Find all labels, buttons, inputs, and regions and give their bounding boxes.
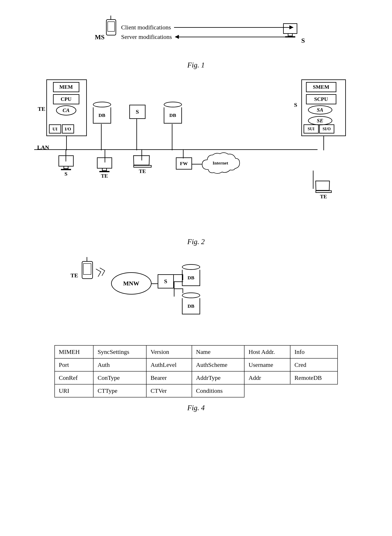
fig2-lan-line xyxy=(34,149,317,150)
fig3-db2: DB xyxy=(182,293,200,314)
fig2-bottom-te-internet: TE xyxy=(316,181,332,200)
fig2-s-outside-label: S xyxy=(294,102,297,108)
vline-bottom-te2 xyxy=(141,149,142,161)
fig3-mnw-oval: MNW xyxy=(111,272,152,294)
fig2-db1: DB xyxy=(93,102,111,123)
fig2-sio-box: SI/O xyxy=(319,124,334,133)
fig3-wireless xyxy=(93,263,112,280)
vline-te xyxy=(66,136,67,150)
fig3-te-label: TE xyxy=(71,272,78,279)
vline-internet-te xyxy=(313,171,313,189)
vline-sbox xyxy=(323,136,324,150)
table-cell: AuthScheme xyxy=(192,358,244,371)
vline-db2 xyxy=(172,124,173,150)
fig2-bottom-te2: TE xyxy=(133,155,152,174)
fig1-caption: Fig. 1 xyxy=(187,61,205,69)
fig4-table: MIMEHSyncSettingsVersionNameHost Addr.In… xyxy=(54,345,338,398)
table-cell: Version xyxy=(146,345,192,358)
vline-s xyxy=(136,119,137,150)
fig2-se-oval: SE xyxy=(308,116,332,125)
fig3-diagram: TE MNW S DB xyxy=(54,256,338,333)
fig2-sui-sio-row: SUI SI/O xyxy=(303,124,334,133)
table-cell: Auth xyxy=(93,358,146,371)
fig2-sa-oval: SA xyxy=(308,105,332,114)
fig1-server-label: Server modifications xyxy=(121,33,172,40)
fig1-ms-icon xyxy=(106,19,116,35)
line-s-db2-h xyxy=(174,289,183,289)
fig2-s-box: SMEM SCPU SA SE SUI SI/O xyxy=(301,79,346,136)
fig2-fw-box: FW xyxy=(176,157,192,170)
table-cell: Addr xyxy=(244,371,290,384)
table-cell: Username xyxy=(244,358,290,371)
fig2-caption: Fig. 2 xyxy=(187,237,205,246)
fig2-sui-box: SUI xyxy=(303,124,319,133)
fig4-caption: Fig. 4 xyxy=(54,403,338,412)
fig2-smem-box: SMEM xyxy=(306,82,336,92)
fig2-te-box: MEM CPU CA UI I/O xyxy=(46,79,87,136)
table-cell: ConRef xyxy=(55,371,93,384)
fig1-diagram: MS S Client modifications Server modific… xyxy=(75,12,317,57)
line-mid-h xyxy=(174,281,183,282)
table-cell: MIMEH xyxy=(55,345,93,358)
table-cell: Host Addr. xyxy=(244,345,290,358)
table-cell: Cred xyxy=(290,358,337,371)
fig4-section: MIMEHSyncSettingsVersionNameHost Addr.In… xyxy=(54,345,338,412)
table-cell: CTVer xyxy=(146,384,192,397)
table-cell: RemoteDB xyxy=(290,371,337,384)
fig2-te1-label: TE xyxy=(97,173,112,179)
fig2-io-box: I/O xyxy=(62,124,74,133)
fig2-internet-cloud: Internet xyxy=(200,151,241,176)
table-cell: URI xyxy=(55,384,93,397)
fig2-te-internet-label: TE xyxy=(316,194,332,200)
fig2-mem-box: MEM xyxy=(53,82,79,92)
fig2-te2-label: TE xyxy=(133,168,152,174)
fig3-mnw-s-line xyxy=(152,283,158,284)
svg-text:Internet: Internet xyxy=(213,161,228,166)
table-cell: SyncSettings xyxy=(93,345,146,358)
table-cell: AuthLevel xyxy=(146,358,192,371)
vline-bottom-te1 xyxy=(105,149,105,162)
fig2-s-bottom-label: S xyxy=(58,171,74,177)
fig2-cpu-box: CPU xyxy=(53,94,79,104)
fig1-server-arrow: Server modifications xyxy=(121,33,293,40)
hline-fw-internet xyxy=(192,164,202,165)
vline-fw xyxy=(183,149,184,158)
fig1-s-label: S xyxy=(301,37,305,44)
fig2-ui-box: UI xyxy=(49,124,61,133)
table-cell: Port xyxy=(55,358,93,371)
line-s-v xyxy=(174,281,174,297)
fig3-phone xyxy=(82,261,93,279)
line-s-db1-v xyxy=(182,274,183,280)
table-cell: ConType xyxy=(93,371,146,384)
line-s-db2-v xyxy=(182,289,183,293)
fig1-client-label: Client modifications xyxy=(121,24,171,31)
fig3-s-box: S xyxy=(158,274,174,289)
fig2-diagram: TE MEM CPU CA UI I/O S xyxy=(34,75,358,233)
fig3-db1: DB xyxy=(182,264,200,286)
fig2-lan-label: LAN xyxy=(37,144,49,151)
table-cell: Conditions xyxy=(192,384,244,397)
table-cell: Info xyxy=(290,345,337,358)
table-cell: Bearer xyxy=(146,371,192,384)
fig1-ms-label: MS xyxy=(95,33,105,41)
vline-bottom-s xyxy=(65,149,66,161)
table-cell: AddrType xyxy=(192,371,244,384)
vline-db1 xyxy=(101,124,102,150)
fig2-scpu-box: SCPU xyxy=(306,94,336,104)
table-cell: Name xyxy=(192,345,244,358)
fig2-db2: DB xyxy=(164,102,182,123)
table-cell: CTType xyxy=(93,384,146,397)
fig2-ca-oval: CA xyxy=(56,105,76,115)
line-s-db1-h xyxy=(174,274,183,275)
fig1-client-arrow: Client modifications xyxy=(121,24,293,31)
fig2-te-label: TE xyxy=(38,106,45,112)
fig2-ui-io-row: UI I/O xyxy=(49,124,74,133)
